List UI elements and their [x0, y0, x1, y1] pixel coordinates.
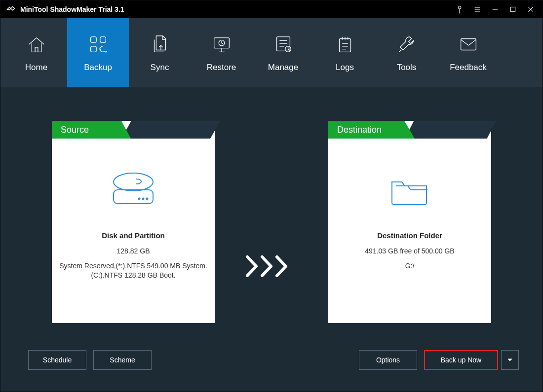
backup-now-button[interactable]: Back up Now [424, 350, 498, 370]
nav-label: Sync [151, 63, 169, 72]
app-logo-icon [5, 4, 16, 15]
minimize-button[interactable] [486, 0, 504, 18]
source-size: 128.82 GB [111, 247, 156, 256]
nav-label: Manage [268, 63, 298, 72]
options-button[interactable]: Options [359, 350, 417, 370]
destination-card[interactable]: Destination Destination Folder 491.03 GB… [328, 121, 491, 323]
titlebar: MiniTool ShadowMaker Trial 3.1 [0, 0, 543, 18]
bottom-bar: Schedule Scheme Options Back up Now [0, 337, 543, 392]
nav-home[interactable]: Home [5, 18, 67, 87]
nav-logs[interactable]: Logs [314, 18, 376, 87]
source-header: Source [52, 121, 131, 139]
backup-dropdown-button[interactable] [501, 350, 519, 370]
nav-tools[interactable]: Tools [376, 18, 437, 87]
key-icon[interactable] [451, 0, 468, 18]
source-card[interactable]: Source Disk and Partition 128.82 GB Syst… [52, 121, 215, 323]
svg-rect-11 [114, 190, 153, 204]
nav-sync[interactable]: Sync [129, 18, 191, 87]
nav-label: Logs [336, 63, 354, 72]
main-content: Source Disk and Partition 128.82 GB Syst… [0, 87, 543, 337]
svg-rect-9 [339, 39, 350, 52]
source-title: Disk and Partition [102, 231, 165, 240]
nav-manage[interactable]: Manage [252, 18, 314, 87]
nav-label: Backup [84, 63, 112, 72]
nav-label: Home [25, 63, 47, 72]
svg-rect-3 [100, 37, 106, 43]
svg-rect-1 [510, 7, 515, 11]
svg-rect-4 [90, 46, 96, 52]
folder-icon [385, 167, 434, 212]
close-button[interactable] [522, 0, 540, 18]
main-nav: Home Backup Sync Restore Manage Logs Too… [0, 18, 543, 87]
chevron-down-icon [507, 357, 513, 363]
scheme-button[interactable]: Scheme [93, 350, 152, 370]
nav-backup[interactable]: Backup [67, 18, 129, 87]
destination-title: Destination Folder [377, 231, 442, 240]
destination-header: Destination [328, 121, 415, 139]
destination-free: 491.03 GB free of 500.00 GB [359, 247, 460, 256]
source-header-bg [121, 121, 220, 139]
nav-label: Feedback [450, 63, 487, 72]
menu-icon[interactable] [468, 0, 486, 18]
destination-path: G:\ [399, 261, 421, 271]
maximize-button[interactable] [504, 0, 522, 18]
source-detail-2: (C:).NTFS 128.28 GB Boot. [85, 271, 181, 281]
svg-point-13 [139, 198, 140, 200]
disk-icon [109, 167, 158, 212]
nav-label: Restore [207, 63, 236, 72]
svg-point-14 [143, 198, 144, 200]
source-detail-1: System Reserved,(*:).NTFS 549.00 MB Syst… [53, 261, 213, 271]
schedule-button[interactable]: Schedule [28, 350, 86, 370]
nav-label: Tools [397, 63, 417, 72]
svg-rect-2 [90, 37, 96, 43]
svg-point-0 [458, 5, 462, 9]
nav-restore[interactable]: Restore [191, 18, 252, 87]
app-title: MiniTool ShadowMaker Trial 3.1 [20, 5, 124, 13]
arrows-icon [244, 254, 299, 281]
svg-point-12 [114, 173, 153, 191]
svg-point-15 [147, 198, 148, 200]
nav-feedback[interactable]: Feedback [437, 18, 499, 87]
svg-rect-10 [461, 39, 476, 50]
destination-header-bg [405, 121, 496, 139]
